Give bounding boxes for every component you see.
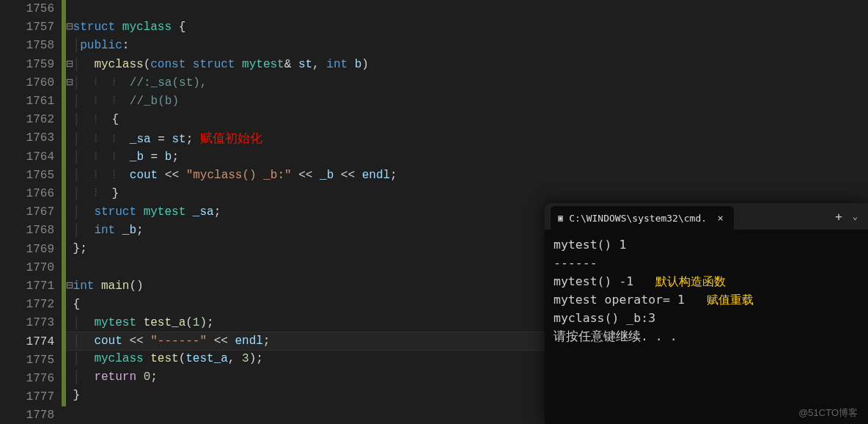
line-number: 1773 — [7, 314, 54, 332]
fold-icon[interactable]: ⊟ — [66, 56, 73, 74]
code-line[interactable]: │ ⁞ } — [66, 185, 868, 203]
line-number: 1765 — [7, 167, 54, 185]
line-number: 1777 — [7, 388, 54, 406]
line-number: 1774 — [7, 333, 54, 351]
line-number: 1775 — [7, 351, 54, 370]
terminal-output[interactable]: mytest() 1------mytest() -1 默认构造函数mytest… — [545, 230, 868, 351]
line-number: 1758 — [7, 37, 54, 55]
line-number: 1771 — [7, 277, 54, 296]
line-number: 1770 — [7, 259, 54, 277]
line-number: 1772 — [7, 296, 54, 314]
line-number: 1778 — [7, 406, 54, 424]
terminal-icon: ▣ — [558, 213, 563, 223]
code-line[interactable]: │public: — [66, 37, 868, 55]
line-number: 1763 — [7, 129, 54, 147]
terminal-line: ------ — [553, 254, 859, 272]
fold-icon[interactable]: ⊟ — [66, 18, 73, 37]
new-tab-button[interactable]: + — [835, 210, 842, 224]
terminal-line: mytest operator= 1 赋值重载 — [553, 290, 859, 309]
dropdown-icon[interactable]: ⌄ — [853, 211, 858, 222]
code-line[interactable]: ⊟│ ⁞ ⁞ //:_sa(st), — [66, 74, 868, 92]
terminal-tab[interactable]: ▣ C:\WINDOWS\system32\cmd. × — [551, 206, 734, 230]
watermark: @51CTO博客 — [798, 406, 858, 420]
line-number: 1776 — [7, 370, 54, 388]
terminal-line: mytest() 1 — [553, 235, 859, 254]
fold-icon[interactable]: ⊟ — [66, 74, 73, 92]
code-line[interactable]: │ ⁞ ⁞ _sa = st; 赋值初始化 — [66, 129, 868, 147]
line-number: 1762 — [7, 111, 54, 129]
line-number: 1760 — [7, 74, 54, 92]
code-line[interactable]: │ ⁞ { — [66, 111, 868, 129]
line-number-gutter: 1756175717581759176017611762176317641765… — [7, 0, 62, 424]
code-line[interactable]: │ ⁞ ⁞ //_b(b) — [66, 92, 868, 111]
annotation: 赋值初始化 — [200, 131, 262, 145]
fold-icon[interactable]: ⊟ — [66, 277, 73, 296]
line-number: 1766 — [7, 185, 54, 203]
terminal-title: C:\WINDOWS\system32\cmd. — [569, 213, 708, 224]
line-number: 1761 — [7, 92, 54, 111]
code-line[interactable]: ⊟struct myclass { — [66, 18, 868, 37]
code-line[interactable] — [66, 0, 868, 18]
line-number: 1767 — [7, 203, 54, 222]
line-number: 1757 — [7, 18, 54, 37]
code-line[interactable]: │ ⁞ ⁞ _b = b; — [66, 148, 868, 167]
line-number: 1764 — [7, 148, 54, 167]
code-line[interactable]: │ ⁞ ⁞ cout << "myclass() _b:" << _b << e… — [66, 167, 868, 185]
line-number: 1756 — [7, 0, 54, 18]
terminal-line: mytest() -1 默认构造函数 — [553, 272, 859, 290]
line-number: 1768 — [7, 222, 54, 240]
code-line[interactable]: ⊟│ myclass(const struct mytest& st, int … — [66, 56, 868, 74]
annotation: 默认构造函数 — [655, 275, 726, 288]
line-number: 1769 — [7, 241, 54, 259]
terminal-actions: + ⌄ — [825, 203, 868, 230]
close-tab-icon[interactable]: × — [715, 212, 727, 224]
line-number: 1759 — [7, 56, 54, 74]
terminal-line: 请按任意键继续. . . — [553, 327, 859, 346]
scrollbar-margin — [0, 0, 7, 424]
annotation: 赋值重载 — [707, 293, 754, 306]
terminal-line: myclass() _b:3 — [553, 309, 859, 327]
terminal-titlebar[interactable]: ▣ C:\WINDOWS\system32\cmd. × + ⌄ — [545, 203, 868, 230]
terminal-window[interactable]: ▣ C:\WINDOWS\system32\cmd. × + ⌄ mytest(… — [545, 203, 868, 424]
